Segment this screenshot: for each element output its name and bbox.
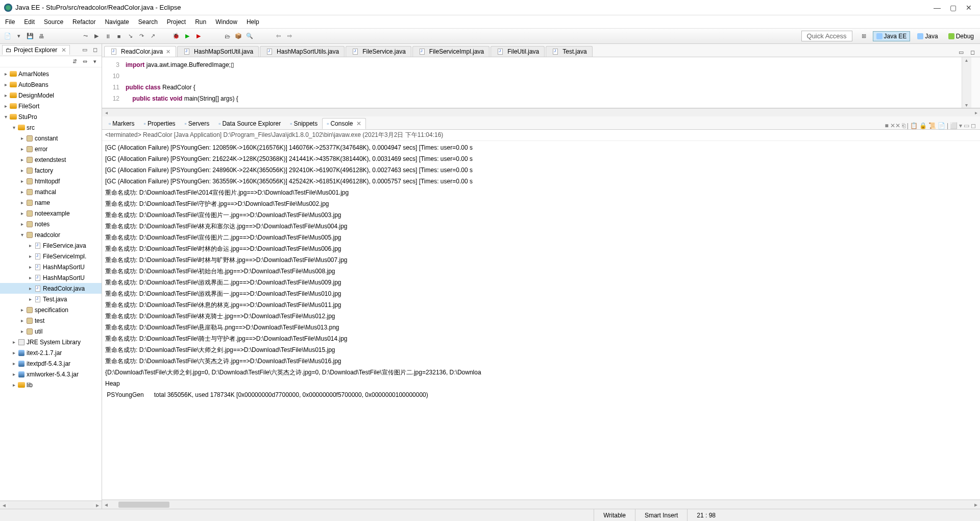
close-icon[interactable]: ✕ [61, 46, 66, 54]
tree-item-designmodel[interactable]: ▸DesignModel [0, 90, 102, 101]
console-tool-icon[interactable]: 📄 [938, 122, 945, 129]
menu-edit[interactable]: Edit [24, 18, 35, 26]
dropdown-icon[interactable]: ▾ [14, 32, 23, 41]
menu-project[interactable]: Project [167, 18, 186, 26]
twist-icon[interactable]: ▸ [2, 92, 9, 98]
editor-tab-fileservice-java[interactable]: FileService.java [346, 46, 411, 57]
console-tool-icon[interactable]: ▾ [959, 122, 962, 129]
twist-icon[interactable]: ▸ [18, 200, 26, 205]
tree-item-htmltopdf[interactable]: ▸htmltopdf [0, 176, 102, 186]
twist-icon[interactable]: ▸ [18, 178, 26, 184]
resume-icon[interactable]: ▶ [92, 32, 101, 41]
link-editor-icon[interactable]: ⇔ [80, 57, 89, 66]
editor-tab-test-java[interactable]: Test.java [546, 46, 592, 57]
tree-item-readcolor-java[interactable]: ▸ReadColor.java [0, 283, 102, 294]
twist-icon[interactable]: ▸ [10, 361, 17, 366]
console-tool-icon[interactable]: 🔒 [919, 122, 927, 129]
tree-item-hashmapsortu[interactable]: ▸HashMapSortU [0, 262, 102, 272]
menu-source[interactable]: Source [44, 18, 63, 26]
step-into-icon[interactable]: ↘ [126, 32, 135, 41]
tree-item-src[interactable]: ▾src [0, 122, 102, 133]
project-explorer-tab[interactable]: 🗀 Project Explorer ✕ [2, 45, 70, 55]
editor-tab-hashmapsortutils-java[interactable]: HashMapSortUtils.java [260, 46, 345, 57]
project-tree[interactable]: ▸AmarNotes▸AutoBeans▸DesignModel▸FileSor… [0, 67, 102, 501]
tree-item-notes[interactable]: ▸notes [0, 219, 102, 229]
save-button[interactable]: 💾 [26, 32, 35, 41]
console-tool-icon[interactable]: | [947, 122, 948, 129]
close-tab-icon[interactable]: ✕ [166, 49, 170, 55]
nav-fwd-icon[interactable]: ⇨ [285, 32, 294, 41]
twist-icon[interactable]: ▸ [27, 253, 34, 259]
close-tab-icon[interactable]: ✕ [356, 120, 361, 127]
scroll-right-icon[interactable]: ▸ [93, 502, 102, 509]
tree-item-constant[interactable]: ▸constant [0, 133, 102, 144]
twist-icon[interactable]: ▸ [18, 318, 26, 323]
scroll-right-icon[interactable]: ▸ [972, 110, 980, 115]
tree-item-extendstest[interactable]: ▸extendstest [0, 154, 102, 165]
maximize-button[interactable]: ▢ [950, 4, 957, 12]
tree-item-lib[interactable]: ▸lib [0, 380, 102, 390]
scroll-track[interactable] [8, 502, 93, 508]
twist-icon[interactable]: ▸ [18, 157, 26, 162]
code-area[interactable]: import java.awt.image.BufferedImage;▯pub… [122, 57, 962, 108]
perspective-java[interactable]: Java [914, 32, 941, 41]
bottom-tab-markers[interactable]: ▫Markers [104, 118, 139, 129]
tree-item-jre-system-library[interactable]: ▸JRE System Library [0, 337, 102, 347]
view-menu-icon[interactable]: ▾ [90, 57, 100, 66]
twist-icon[interactable]: ▸ [27, 286, 34, 291]
console-tool-icon[interactable]: 📋 [910, 122, 918, 129]
editor-tab-fileutil-java[interactable]: FileUtil.java [491, 46, 545, 57]
tree-item-stupro[interactable]: ▾StuPro [0, 111, 102, 122]
console-tool-icon[interactable]: ⎗ [902, 122, 905, 129]
debug-button[interactable]: 🐞 [172, 32, 181, 41]
stop-icon[interactable]: ■ [114, 32, 124, 41]
console-tool-icon[interactable]: ▭ [964, 122, 969, 129]
run-external-button[interactable]: ▶ [194, 32, 203, 41]
twist-icon[interactable]: ▸ [2, 103, 9, 109]
scroll-left-icon[interactable]: ◂ [102, 110, 110, 115]
max-editor-icon[interactable]: ◻ [968, 48, 977, 57]
step-over-icon[interactable]: ↷ [137, 32, 146, 41]
tree-item-util[interactable]: ▸util [0, 326, 102, 337]
tree-item-hashmapsortu[interactable]: ▸HashMapSortU [0, 272, 102, 283]
editor-hscroll[interactable]: ◂ ▸ [102, 108, 980, 116]
menu-search[interactable]: Search [138, 18, 158, 26]
search-icon[interactable]: 🔍 [245, 32, 254, 41]
console-tool-icon[interactable]: 📜 [928, 122, 936, 129]
twist-icon[interactable]: ▸ [10, 339, 17, 345]
tree-item-test[interactable]: ▸test [0, 315, 102, 326]
twist-icon[interactable]: ▸ [18, 221, 26, 227]
tree-item-itext-2-1-7-jar[interactable]: ▸itext-2.1.7.jar [0, 347, 102, 358]
pause-icon[interactable]: ⏸ [103, 32, 112, 41]
min-editor-icon[interactable]: ▭ [957, 48, 966, 57]
scroll-thumb[interactable] [118, 502, 169, 508]
minimize-button[interactable]: ― [934, 4, 941, 12]
console-tool-icon[interactable]: ⬜ [950, 122, 958, 129]
quick-access[interactable]: Quick Access [801, 31, 852, 41]
editor-tab-hashmapsortutil-java[interactable]: HashMapSortUtil.java [177, 46, 259, 57]
tree-item-fileserviceimpl-[interactable]: ▸FileServiceImpl. [0, 251, 102, 262]
twist-icon[interactable]: ▸ [18, 210, 26, 216]
twist-icon[interactable]: ▸ [18, 328, 26, 334]
tree-item-noteexample[interactable]: ▸noteexample [0, 208, 102, 219]
step-return-icon[interactable]: ↗ [148, 32, 157, 41]
scroll-left-icon[interactable]: ◂ [102, 501, 110, 508]
menu-window[interactable]: Window [215, 18, 237, 26]
close-button[interactable]: ✕ [966, 4, 972, 12]
save-all-button[interactable]: 🖶 [37, 32, 46, 41]
console-tool-icon[interactable]: | [907, 122, 909, 129]
tree-item-error[interactable]: ▸error [0, 144, 102, 154]
menu-refactor[interactable]: Refactor [72, 18, 95, 26]
menu-file[interactable]: File [5, 18, 15, 26]
twist-icon[interactable]: ▸ [18, 146, 26, 152]
editor-vscroll[interactable]: ▴ ▾ [962, 57, 971, 108]
twist-icon[interactable]: ▸ [10, 371, 17, 377]
console-tool-icon[interactable]: ■ [885, 122, 889, 129]
twist-icon[interactable]: ▸ [18, 189, 26, 195]
tree-item-readcolor[interactable]: ▾readcolor [0, 229, 102, 240]
menu-run[interactable]: Run [195, 18, 206, 26]
twist-icon[interactable]: ▸ [18, 168, 26, 173]
maximize-view-icon[interactable]: ◻ [90, 45, 100, 55]
twist-icon[interactable]: ▸ [27, 275, 34, 280]
twist-icon[interactable]: ▾ [2, 114, 9, 120]
